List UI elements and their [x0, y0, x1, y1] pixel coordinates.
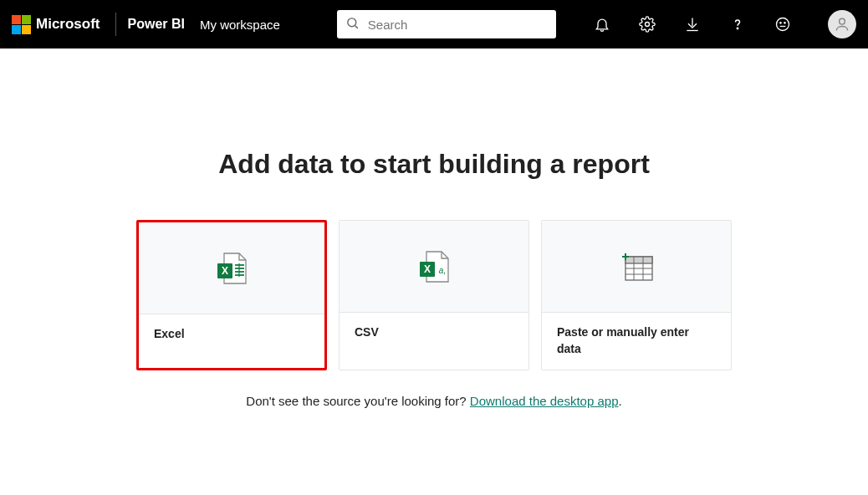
- svg-point-6: [784, 23, 785, 23]
- card-excel-label: Excel: [139, 314, 324, 355]
- card-csv-illustration: X a,: [340, 221, 528, 313]
- divider: [115, 13, 116, 36]
- download-desktop-link[interactable]: Download the desktop app: [470, 394, 619, 408]
- search-icon: [345, 16, 360, 33]
- svg-point-7: [840, 18, 845, 24]
- hint-row: Don't see the source you're looking for?…: [0, 394, 868, 408]
- svg-point-5: [780, 23, 781, 23]
- card-csv[interactable]: X a, CSV: [339, 220, 529, 370]
- download-icon[interactable]: [682, 14, 702, 34]
- csv-file-icon: X a,: [418, 250, 450, 283]
- top-icon-row: [592, 10, 856, 38]
- help-icon[interactable]: [728, 14, 748, 34]
- svg-rect-19: [625, 257, 652, 263]
- hint-suffix: .: [619, 394, 622, 408]
- search-box[interactable]: [337, 10, 556, 38]
- card-paste-data[interactable]: Paste or manually enter data: [541, 220, 732, 370]
- svg-text:X: X: [222, 265, 228, 277]
- ms-logo-icon: [12, 15, 31, 34]
- svg-point-3: [737, 28, 738, 28]
- svg-text:X: X: [424, 263, 431, 275]
- svg-point-0: [348, 18, 356, 26]
- data-source-cards: X Excel X a, CSV: [0, 220, 868, 370]
- workspace-name[interactable]: My workspace: [200, 18, 280, 32]
- svg-line-1: [355, 25, 358, 28]
- card-excel[interactable]: X Excel: [136, 220, 327, 370]
- excel-file-icon: X: [216, 252, 248, 285]
- brand-text: Microsoft: [36, 16, 100, 33]
- account-avatar[interactable]: [828, 10, 856, 38]
- hint-text: Don't see the source you're looking for?: [246, 394, 470, 408]
- card-csv-label: CSV: [340, 313, 528, 353]
- page-title: Add data to start building a report: [0, 149, 868, 180]
- card-paste-illustration: [542, 221, 731, 313]
- search-input[interactable]: [368, 18, 548, 32]
- feedback-icon[interactable]: [773, 14, 793, 34]
- top-bar: Microsoft Power BI My workspace: [0, 0, 868, 48]
- settings-icon[interactable]: [637, 14, 657, 34]
- svg-text:a,: a,: [439, 266, 446, 275]
- svg-point-4: [777, 18, 789, 31]
- product-name[interactable]: Power BI: [128, 17, 185, 32]
- microsoft-logo[interactable]: Microsoft: [12, 15, 100, 34]
- notifications-icon[interactable]: [592, 14, 612, 34]
- main-content: Add data to start building a report X Ex…: [0, 48, 868, 408]
- svg-point-2: [646, 23, 650, 27]
- table-icon: [619, 250, 654, 283]
- card-paste-label: Paste or manually enter data: [542, 313, 731, 369]
- card-excel-illustration: X: [139, 222, 324, 314]
